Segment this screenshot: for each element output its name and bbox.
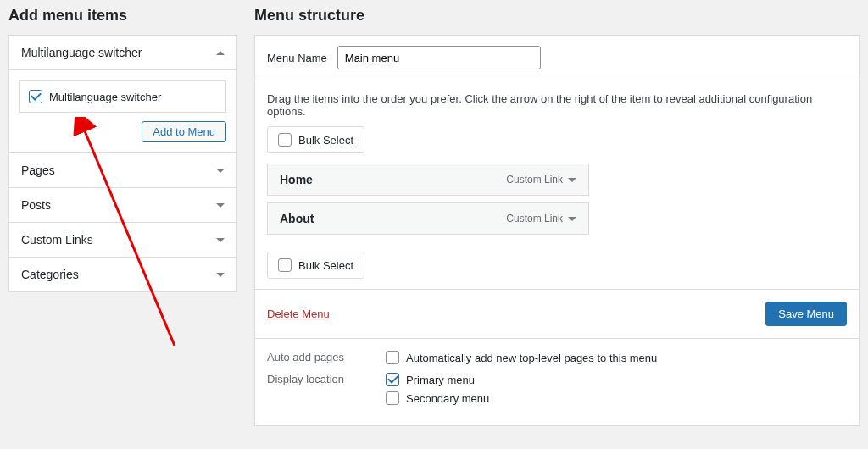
bulk-select-top-checkbox[interactable] <box>278 133 292 147</box>
menu-item-type: Custom Link <box>506 213 576 224</box>
panel-title: Custom Links <box>21 233 93 247</box>
chevron-down-icon <box>216 169 225 173</box>
chevron-down-icon <box>216 273 225 277</box>
panel-title: Posts <box>21 198 51 212</box>
bulk-select-bottom-checkbox[interactable] <box>278 258 292 272</box>
multilanguage-switcher-item: Multilanguage switcher <box>19 80 226 113</box>
bulk-select-label: Bulk Select <box>298 134 353 147</box>
panel-categories[interactable]: Categories <box>9 258 236 291</box>
panel-title: Categories <box>21 268 79 281</box>
multilanguage-switcher-label[interactable]: Multilanguage switcher <box>49 91 161 103</box>
panel-title: Pages <box>21 164 55 177</box>
add-to-menu-button[interactable]: Add to Menu <box>142 121 226 142</box>
menu-name-row: Menu Name <box>255 36 859 80</box>
chevron-up-icon <box>216 51 225 55</box>
save-menu-button[interactable]: Save Menu <box>765 302 847 326</box>
auto-add-checkbox[interactable] <box>386 351 399 364</box>
menu-structure-box: Menu Name Drag the items into the order … <box>254 35 860 426</box>
panel-posts[interactable]: Posts <box>9 188 236 223</box>
auto-add-option-label[interactable]: Automatically add new top-level pages to… <box>406 352 657 364</box>
panel-pages[interactable]: Pages <box>9 153 236 188</box>
menu-item-about[interactable]: About Custom Link <box>267 202 589 235</box>
primary-menu-checkbox[interactable] <box>386 373 399 386</box>
menu-items-list: Home Custom Link About Custom Link <box>255 164 859 252</box>
secondary-menu-label[interactable]: Secondary menu <box>406 392 489 405</box>
menu-item-title: Home <box>280 173 313 186</box>
add-items-heading: Add menu items <box>8 7 237 25</box>
primary-menu-label[interactable]: Primary menu <box>406 374 475 386</box>
chevron-down-icon[interactable] <box>568 178 576 182</box>
menu-name-input[interactable] <box>337 46 541 69</box>
accordion: Multilanguage switcher Multilanguage swi… <box>8 35 237 292</box>
delete-menu-link[interactable]: Delete Menu <box>267 308 330 320</box>
chevron-down-icon <box>216 203 225 208</box>
bulk-select-label: Bulk Select <box>298 259 353 272</box>
chevron-down-icon[interactable] <box>568 217 576 221</box>
chevron-down-icon <box>216 238 225 242</box>
instruction-text: Drag the items into the order you prefer… <box>255 80 859 126</box>
panel-custom-links[interactable]: Custom Links <box>9 223 236 258</box>
bulk-select-bottom-button[interactable]: Bulk Select <box>267 252 364 279</box>
panel-multilanguage-switcher[interactable]: Multilanguage switcher <box>9 36 236 70</box>
panel-multilanguage-body: Multilanguage switcher Add to Menu <box>9 70 236 153</box>
bulk-select-top-button[interactable]: Bulk Select <box>267 126 364 153</box>
menu-name-label: Menu Name <box>267 52 327 64</box>
auto-add-label: Auto add pages <box>267 351 386 364</box>
display-location-label: Display location <box>267 373 386 405</box>
multilanguage-switcher-checkbox[interactable] <box>29 90 42 103</box>
secondary-menu-checkbox[interactable] <box>386 391 399 405</box>
menu-item-home[interactable]: Home Custom Link <box>267 164 589 196</box>
menu-structure-heading: Menu structure <box>254 7 860 25</box>
menu-item-title: About <box>280 212 314 225</box>
footer-row: Delete Menu Save Menu <box>255 289 859 338</box>
menu-settings: Auto add pages Automatically add new top… <box>255 338 859 425</box>
panel-title: Multilanguage switcher <box>21 46 142 59</box>
menu-item-type: Custom Link <box>506 174 576 186</box>
